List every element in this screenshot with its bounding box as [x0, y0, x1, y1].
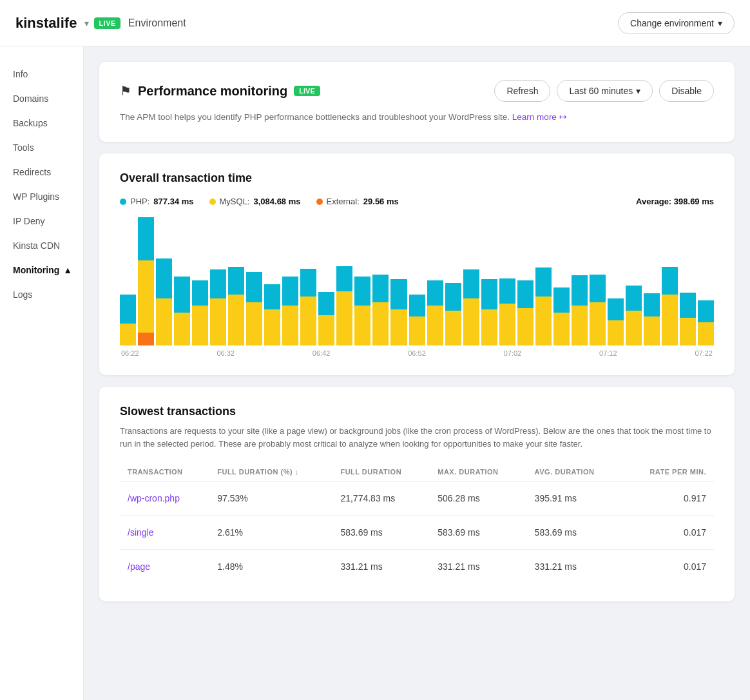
logo: kinstalife	[15, 15, 77, 32]
col-avg-dur: AVG. DURATION	[527, 463, 623, 481]
table-row: /single 2.61% 583.69 ms 583.69 ms 583.69…	[120, 516, 714, 550]
sidebar-item-info[interactable]: Info	[0, 62, 83, 86]
bar-group	[246, 217, 262, 345]
sidebar-item-tools[interactable]: Tools	[0, 135, 83, 160]
table-header-row: TRANSACTION FULL DURATION (%) ↓ FULL DUR…	[120, 463, 714, 481]
sidebar-item-backups[interactable]: Backups	[0, 111, 83, 135]
x-axis: 06:22 06:32 06:42 06:52 07:02 07:12 07:2…	[120, 349, 714, 357]
bar-group	[427, 217, 443, 345]
transactions-tbody: /wp-cron.php 97.53% 21,774.83 ms 506.28 …	[120, 481, 714, 584]
slowest-transactions-card: Slowest transactions Transactions are re…	[99, 387, 735, 601]
x-label: 07:02	[504, 349, 522, 357]
bar-group	[572, 217, 588, 345]
time-range-button[interactable]: Last 60 minutes ▾	[557, 80, 653, 102]
bar-group	[354, 217, 370, 345]
sidebar: Info Domains Backups Tools Redirects WP …	[0, 46, 84, 700]
performance-card: ⚑ Performance monitoring LIVE Refresh La…	[99, 62, 735, 142]
bar-group	[445, 217, 461, 345]
perf-title: Performance monitoring	[138, 84, 287, 99]
rate-cell: 0.917	[622, 481, 714, 516]
chart-title: Overall transaction time	[120, 171, 714, 185]
php-dot	[120, 199, 126, 205]
bar-group	[626, 217, 642, 345]
col-full-dur: FULL DURATION	[332, 463, 430, 481]
legend-mysql: MySQL: 3,084.68 ms	[209, 197, 301, 206]
max-dur-cell: 506.28 ms	[430, 481, 526, 516]
bar-group	[300, 217, 316, 345]
full-pct-cell: 97.53%	[209, 481, 332, 516]
sidebar-item-domains[interactable]: Domains	[0, 86, 83, 111]
rate-cell: 0.017	[622, 516, 714, 550]
sidebar-item-kinsta-cdn[interactable]: Kinsta CDN	[0, 233, 83, 258]
x-label: 06:22	[121, 349, 139, 357]
sidebar-item-monitoring[interactable]: Monitoring ▲	[0, 258, 83, 282]
col-max-dur: MAX. DURATION	[430, 463, 526, 481]
legend-php: PHP: 877.34 ms	[120, 197, 194, 206]
refresh-button[interactable]: Refresh	[494, 80, 550, 102]
bar-group	[608, 217, 624, 345]
disable-button[interactable]: Disable	[659, 80, 714, 102]
legend-average: Average: 398.69 ms	[636, 197, 714, 206]
full-dur-cell: 21,774.83 ms	[332, 481, 430, 516]
bar-group	[553, 217, 570, 345]
bar-group	[156, 217, 172, 345]
bar-group	[264, 217, 280, 345]
chevron-down-icon: ▾	[636, 86, 640, 96]
bar-group	[138, 217, 154, 345]
x-label: 06:32	[216, 349, 235, 357]
bar-group	[535, 217, 552, 345]
bar-group	[590, 217, 606, 345]
sidebar-item-wp-plugins[interactable]: WP Plugins	[0, 184, 83, 209]
bar-group	[662, 217, 678, 345]
perf-live-badge: LIVE	[294, 86, 320, 96]
header: kinstalife ▾ LIVE Environment Change env…	[0, 0, 750, 46]
learn-more-link[interactable]: Learn more ↦	[512, 112, 567, 122]
full-dur-cell: 331.21 ms	[332, 550, 430, 584]
bar-chart-wrap: 06:22 06:32 06:42 06:52 07:02 07:12 07:2…	[120, 217, 714, 357]
bar-group	[390, 217, 407, 345]
full-pct-cell: 1.48%	[209, 550, 332, 584]
sidebar-item-ip-deny[interactable]: IP Deny	[0, 209, 83, 233]
col-full-pct: FULL DURATION (%) ↓	[209, 463, 332, 481]
perf-header: ⚑ Performance monitoring LIVE Refresh La…	[120, 80, 714, 102]
perf-description: The APM tool helps you identify PHP perf…	[120, 111, 714, 124]
transaction-link[interactable]: /single	[120, 516, 209, 550]
bar-group	[499, 217, 515, 345]
bar-group	[517, 217, 534, 345]
sidebar-item-logs[interactable]: Logs	[0, 282, 83, 307]
change-environment-button[interactable]: Change environment ▾	[618, 12, 735, 34]
slowest-title: Slowest transactions	[120, 405, 714, 418]
chart-card: Overall transaction time PHP: 877.34 ms …	[99, 153, 735, 375]
slowest-description: Transactions are requests to your site (…	[120, 425, 714, 450]
x-label: 07:22	[695, 349, 713, 357]
avg-dur-cell: 395.91 ms	[527, 481, 623, 516]
bar-group	[644, 217, 660, 345]
bar-group	[192, 217, 208, 345]
bar-chart	[120, 217, 714, 345]
col-rate: RATE PER MIN.	[622, 463, 714, 481]
mysql-dot	[209, 199, 216, 205]
avg-dur-cell: 583.69 ms	[527, 516, 623, 550]
avg-dur-cell: 331.21 ms	[527, 550, 623, 584]
bar-group	[409, 217, 425, 345]
header-left: kinstalife ▾ LIVE Environment	[15, 15, 186, 32]
monitoring-icon: ▲	[63, 265, 72, 275]
legend-external: External: 29.56 ms	[316, 197, 399, 206]
x-label: 07:12	[599, 349, 617, 357]
bar-group	[120, 217, 136, 345]
logo-chevron-icon[interactable]: ▾	[84, 18, 89, 28]
chevron-down-icon: ▾	[718, 18, 722, 28]
max-dur-cell: 331.21 ms	[430, 550, 526, 584]
perf-title-row: ⚑ Performance monitoring LIVE	[120, 83, 320, 99]
sidebar-item-redirects[interactable]: Redirects	[0, 160, 83, 184]
layout: Info Domains Backups Tools Redirects WP …	[0, 46, 750, 700]
bar-group	[318, 217, 334, 345]
transaction-link[interactable]: /wp-cron.php	[120, 481, 209, 516]
transaction-link[interactable]: /page	[120, 550, 209, 584]
bar-group	[372, 217, 389, 345]
x-label: 06:42	[312, 349, 331, 357]
chart-legend: PHP: 877.34 ms MySQL: 3,084.68 ms Extern…	[120, 197, 714, 206]
bar-group	[481, 217, 497, 345]
full-dur-cell: 583.69 ms	[332, 516, 430, 550]
table-row: /wp-cron.php 97.53% 21,774.83 ms 506.28 …	[120, 481, 714, 516]
